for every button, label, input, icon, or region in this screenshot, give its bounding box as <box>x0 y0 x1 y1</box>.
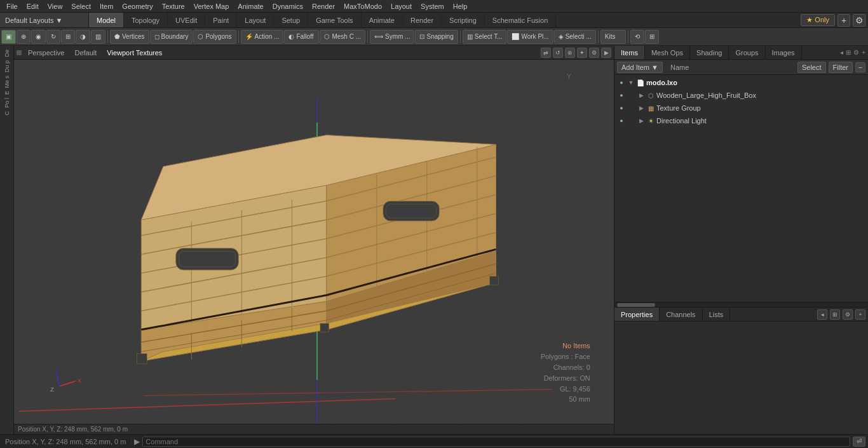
items-filter-btn[interactable]: Filter <box>829 62 853 73</box>
items-collapse-btn[interactable]: ◂ <box>840 49 843 56</box>
items-scrollbar[interactable] <box>614 302 868 307</box>
items-tab-images[interactable]: Images <box>766 46 802 59</box>
vp-fit-btn[interactable]: ✦ <box>577 48 587 58</box>
tab-setup[interactable]: Setup <box>274 13 308 27</box>
command-input[interactable] <box>142 437 850 447</box>
vertices-btn[interactable]: ⬟ Vertices <box>110 30 149 44</box>
grid-btn[interactable]: ⊞ <box>645 30 659 44</box>
tab-layout[interactable]: Layout <box>237 13 274 27</box>
items-tab-shading[interactable]: Shading <box>690 46 729 59</box>
vp-reset-btn[interactable]: ⇄ <box>541 48 551 58</box>
item-eye-modo-lxo[interactable]: ● <box>617 78 626 87</box>
work-pl-btn[interactable]: ⬜ Work Pl... <box>507 30 553 44</box>
select-t-btn[interactable]: ▥ Select T... <box>463 30 507 44</box>
item-expand-directional-light[interactable]: ▶ <box>637 117 645 125</box>
tab-animate[interactable]: Animate <box>362 13 403 27</box>
cmd-submit-btn[interactable]: ⏎ <box>853 437 865 447</box>
vp-zoom-btn[interactable]: ⊕ <box>565 48 575 58</box>
prop-tab-lists[interactable]: Lists <box>703 308 731 321</box>
rotate-mode-btn[interactable]: ↻ <box>46 30 60 44</box>
falloff-btn[interactable]: ◐ Falloff <box>284 30 319 44</box>
prop-tab-properties[interactable]: Properties <box>614 308 660 321</box>
items-settings-icon[interactable]: ⚙ <box>853 49 859 56</box>
transform-mode-btn[interactable]: ⊞ <box>61 30 75 44</box>
menu-maxtomodo[interactable]: MaxToModo <box>340 1 386 11</box>
tab-schematic-fusion[interactable]: Schematic Fusion <box>485 13 556 27</box>
viewport-default[interactable]: Default <box>71 49 100 57</box>
items-minus-btn[interactable]: − <box>855 62 865 72</box>
vp-play-btn[interactable]: ▶ <box>601 48 611 58</box>
svg-text:Y: Y <box>567 72 571 80</box>
item-row-texture-group[interactable]: ● ▶ ▦ Texture Group <box>614 102 868 114</box>
boundary-btn[interactable]: ◻ Boundary <box>150 30 193 44</box>
menu-view[interactable]: View <box>44 1 67 11</box>
menu-help[interactable]: Help <box>449 1 471 11</box>
tab-scripting[interactable]: Scripting <box>442 13 485 27</box>
menu-system[interactable]: System <box>417 1 448 11</box>
item-row-modo-lxo[interactable]: ● ▼ 📄 modo.lxo <box>614 76 868 89</box>
menu-render[interactable]: Render <box>308 1 339 11</box>
menu-edit[interactable]: Edit <box>23 1 43 11</box>
add-item-btn[interactable]: Add Item ▼ <box>617 62 663 73</box>
prop-settings-btn[interactable]: ⚙ <box>843 309 853 320</box>
viewport-perspective[interactable]: Perspective <box>24 49 68 57</box>
tab-model[interactable]: Model <box>89 13 124 27</box>
prop-plus-btn[interactable]: + <box>855 309 865 320</box>
menu-texture[interactable]: Texture <box>158 1 189 11</box>
items-plus-tab[interactable]: + <box>862 49 865 56</box>
item-expand-modo-lxo[interactable]: ▼ <box>627 79 635 86</box>
rotate-view-btn[interactable]: ⟲ <box>630 30 644 44</box>
tab-topology[interactable]: Topology <box>124 13 168 27</box>
layout-settings-btn[interactable]: ⚙ <box>853 14 865 27</box>
tab-render[interactable]: Render <box>403 13 442 27</box>
item-eye-wooden-box[interactable]: ● <box>617 91 626 100</box>
polygons-btn[interactable]: ⬡ Polygons <box>193 30 236 44</box>
kits-btn[interactable]: Kits <box>600 30 626 44</box>
layouts-dropdown[interactable]: Default Layouts ▼ <box>0 13 89 27</box>
tab-uvedit[interactable]: UVEdit <box>168 13 205 27</box>
action-btn[interactable]: ⚡ Action ... <box>241 30 284 44</box>
viewport-textures[interactable]: Viewport Textures <box>103 49 166 57</box>
star-only-btn[interactable]: ★ Only <box>801 14 835 26</box>
item-expand-texture-group[interactable]: ▶ <box>637 104 645 112</box>
tab-paint[interactable]: Paint <box>205 13 237 27</box>
snapping-mode-btn[interactable]: ⊕ <box>17 30 31 44</box>
poly-select-mode-btn[interactable]: ▥ <box>91 30 105 44</box>
menu-animate[interactable]: Animate <box>234 1 267 11</box>
select-mode-btn[interactable]: ▣ <box>1 30 16 44</box>
mesh-c-btn[interactable]: ⬡ Mesh C ... <box>320 30 365 44</box>
menu-geometry[interactable]: Geometry <box>118 1 156 11</box>
item-row-wooden-box[interactable]: ● ▶ ⬡ Wooden_Large_High_Fruit_Box <box>614 89 868 102</box>
layout-plus-btn[interactable]: + <box>837 14 850 27</box>
prop-collapse-btn[interactable]: ◂ <box>817 309 827 320</box>
menu-file[interactable]: File <box>3 1 22 11</box>
edge-mode-btn[interactable]: ◉ <box>31 30 46 44</box>
sphere-mode-btn[interactable]: ◑ <box>76 30 90 44</box>
items-select-btn[interactable]: Select <box>797 62 826 73</box>
snapping-btn[interactable]: ⊡ Snapping <box>415 30 458 44</box>
items-expand-btn[interactable]: ⊞ <box>846 49 851 56</box>
symm-btn[interactable]: ⟺ Symm ... <box>370 30 414 44</box>
prop-expand-btn[interactable]: ⊞ <box>830 309 840 320</box>
items-tab-groups[interactable]: Groups <box>729 46 765 59</box>
item-eye-texture-group[interactable]: ● <box>617 104 626 112</box>
svg-rect-60 <box>490 276 499 285</box>
vp-settings-btn[interactable]: ⚙ <box>589 48 599 58</box>
menu-item[interactable]: Item <box>96 1 117 11</box>
items-list[interactable]: ● ▼ 📄 modo.lxo ● ▶ ⬡ Wooden_Large_High_F… <box>614 75 868 302</box>
items-tab-items[interactable]: Items <box>614 46 645 59</box>
vp-rotate-btn[interactable]: ↺ <box>553 48 563 58</box>
item-eye-directional-light[interactable]: ● <box>617 116 626 125</box>
menu-layout[interactable]: Layout <box>387 1 416 11</box>
items-tab-mesh-ops[interactable]: Mesh Ops <box>645 46 690 59</box>
menu-select[interactable]: Select <box>67 1 95 11</box>
tab-game-tools[interactable]: Game Tools <box>308 13 362 27</box>
menu-dynamics[interactable]: Dynamics <box>269 1 307 11</box>
menu-vertex-map[interactable]: Vertex Map <box>190 1 233 11</box>
prop-tab-channels[interactable]: Channels <box>660 308 702 321</box>
viewport-3d[interactable]: X Y Z <box>14 60 614 424</box>
item-expand-wooden-box[interactable]: ▶ <box>637 92 645 99</box>
item-row-directional-light[interactable]: ● ▶ ☀ Directional Light <box>614 114 868 127</box>
selecti-btn[interactable]: ◈ Selecti ... <box>554 30 596 44</box>
svg-rect-58 <box>137 353 147 363</box>
